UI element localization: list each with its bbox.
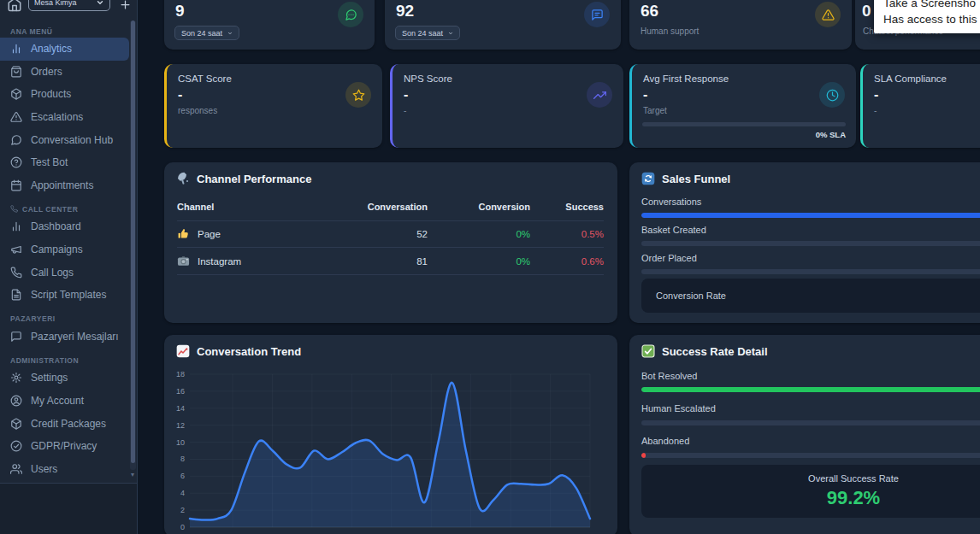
conversion-value: 0%	[428, 229, 530, 239]
phone-icon	[10, 205, 18, 213]
kpi-card-1: 9 Son 24 saat	[164, 0, 375, 50]
sidebar-scrollbar[interactable]	[130, 21, 136, 470]
channel-cell: Page	[177, 227, 299, 240]
bar-chart-icon	[10, 43, 22, 55]
sidebar-item-conversation-hub[interactable]: Conversation Hub	[0, 128, 129, 151]
card-subtitle: responses	[178, 106, 217, 115]
sidebar-item-campaigns[interactable]: Campaigns	[0, 238, 129, 261]
success-bar-label: Abandoned	[641, 436, 689, 446]
card-title: SLA Compliance	[874, 73, 947, 84]
panel-title: Conversation Trend	[176, 344, 301, 358]
table-row[interactable]: Instagram810%0.6%	[177, 248, 604, 275]
browser-tooltip: Take a Screensho Has access to this	[874, 0, 980, 33]
card-value: -	[404, 87, 408, 103]
conversation-value: 81	[299, 256, 428, 267]
funnel-stage-fill	[641, 213, 980, 218]
success-value: 0.5%	[530, 229, 604, 239]
kpi-card-3: 66 Human support	[629, 0, 852, 50]
star-icon	[345, 82, 371, 108]
message-square-icon	[10, 331, 22, 343]
scrollbar-down-arrow[interactable]: ▾	[129, 471, 136, 478]
section-label-ana-men: ANA MENÜ	[0, 19, 137, 38]
sidebar-item-escalations[interactable]: Escalations	[0, 106, 129, 129]
table-header: Channel Conversation Conversion Success	[177, 202, 604, 221]
sidebar-item-label: Campaigns	[31, 244, 83, 255]
sidebar-item-label: GDPR/Privacy	[31, 440, 97, 452]
sidebar-item-call-logs[interactable]: Call Logs	[0, 261, 129, 284]
conversation-value: 52	[299, 229, 428, 239]
sla-compliance-card: SLA Compliance - -	[860, 64, 980, 148]
avg-first-response-card: Avg First Response - Target 0% SLA	[629, 64, 856, 148]
funnel-stage-track	[641, 213, 980, 218]
message-circle-icon	[338, 2, 363, 27]
clock-icon	[819, 82, 845, 108]
sidebar-item-dashboard[interactable]: Dashboard	[0, 215, 129, 238]
kpi-period-select[interactable]: Son 24 saat	[174, 26, 239, 40]
section-label-text: ADMINISTRATION	[10, 356, 79, 365]
success-bar-label: Human Escalated	[641, 403, 716, 414]
y-axis-tick: 18	[176, 370, 185, 378]
nps-score-card: NPS Score - -	[390, 64, 623, 148]
sidebar-item-appointments[interactable]: Appointments	[0, 174, 129, 197]
section-label-text: PAZARYERI	[10, 314, 56, 323]
add-workspace-button[interactable]	[119, 0, 132, 11]
sidebar-item-pazaryeri-mesajlar[interactable]: Pazaryeri Mesajları	[0, 326, 129, 349]
sla-progress-label: 0% SLA	[816, 130, 846, 139]
sidebar-item-users[interactable]: Users	[0, 458, 129, 481]
file-text-icon	[10, 289, 22, 301]
sidebar-item-orders[interactable]: Orders	[0, 61, 129, 84]
user-circle-icon	[10, 395, 22, 407]
funnel-stage-label: Conversations	[641, 197, 701, 207]
sidebar-item-script-templates[interactable]: Script Templates	[0, 284, 129, 307]
success-bar-track	[641, 420, 980, 425]
sidebar-item-label: Credit Packages	[31, 418, 106, 430]
panel-title-text: Sales Funnel	[662, 173, 730, 185]
sidebar-item-analytics[interactable]: Analytics	[0, 38, 129, 61]
conversion-rate-label: Conversion Rate	[656, 290, 726, 301]
calendar-icon	[10, 179, 22, 191]
y-axis-tick: 14	[176, 404, 185, 413]
panel-title-text: Channel Performance	[197, 173, 311, 185]
message-square-icon	[584, 2, 610, 27]
sidebar-item-test-bot[interactable]: Test Bot	[0, 151, 129, 174]
sidebar-topbar: Mesa Kimya	[0, 0, 137, 19]
kpi-card-2: 92 Son 24 saat	[385, 0, 621, 50]
phone-icon	[10, 267, 22, 279]
sidebar-item-settings[interactable]: Settings	[0, 367, 129, 390]
trending-up-icon	[587, 82, 612, 108]
conversion-rate-box: Conversion Rate	[641, 279, 980, 313]
funnel-stage-track	[641, 241, 980, 246]
chevron-down-icon	[227, 29, 233, 38]
conversation-trend-chart: 024681012141618	[171, 369, 611, 533]
scrollbar-thumb[interactable]	[131, 21, 135, 463]
sidebar-item-my-account[interactable]: My Account	[0, 390, 129, 413]
panel-title: Channel Performance	[176, 172, 311, 185]
sidebar-item-label: Dashboard	[31, 220, 81, 232]
workspace-select[interactable]: Mesa Kimya	[28, 0, 110, 11]
package-icon	[10, 418, 22, 430]
kpi-value: 0	[862, 2, 871, 21]
sidebar-item-label: Users	[31, 463, 57, 475]
sidebar: Mesa Kimya ANA MENÜAnalyticsOrdersProduc…	[0, 0, 138, 534]
alert-triangle-icon	[815, 2, 841, 27]
card-value: -	[178, 87, 182, 103]
sidebar-item-gdpr-privacy[interactable]: GDPR/Privacy	[0, 435, 129, 458]
funnel-stage-label: Basket Created	[641, 225, 706, 235]
refresh-arrows-icon	[641, 172, 655, 185]
card-subtitle: Target	[643, 106, 667, 115]
alert-triangle-icon	[10, 111, 22, 123]
sidebar-item-label: Analytics	[31, 43, 72, 55]
table-row[interactable]: Page520%0.5%	[177, 220, 604, 248]
sidebar-item-label: Pazaryeri Mesajları	[31, 331, 119, 343]
home-icon[interactable]	[7, 0, 22, 12]
kpi-period-select[interactable]: Son 24 saat	[395, 26, 460, 40]
table-body: Page520%0.5%Instagram810%0.6%	[177, 220, 604, 275]
thumbs-up-icon	[177, 227, 190, 240]
sidebar-item-products[interactable]: Products	[0, 83, 129, 106]
column-conversion: Conversion	[428, 202, 530, 212]
conversation-trend-panel: Conversation Trend 024681012141618	[164, 335, 617, 534]
sidebar-item-label: Settings	[31, 372, 68, 384]
sidebar-item-credit-packages[interactable]: Credit Packages	[0, 412, 129, 435]
channel-performance-panel: Channel Performance Channel Conversation…	[164, 162, 617, 323]
chevron-down-icon	[448, 29, 453, 38]
